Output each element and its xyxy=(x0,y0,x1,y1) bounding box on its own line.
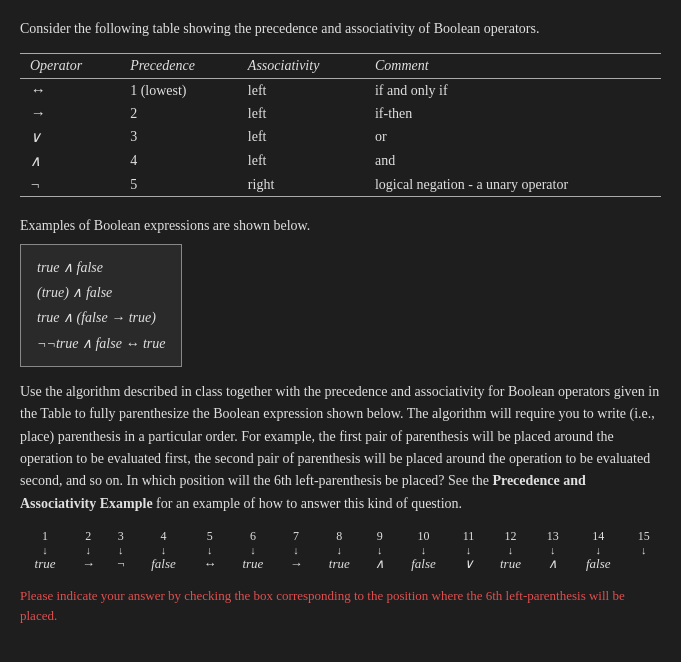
cell-associativity: left xyxy=(238,149,365,173)
position-numbers-row: 1↓2↓3↓4↓5↓6↓7↓8↓9↓10↓11↓12↓13↓14↓15↓ xyxy=(20,529,661,556)
example-expression: ¬¬true ∧ false ↔ true xyxy=(37,331,165,356)
col-header-precedence: Precedence xyxy=(120,54,238,79)
token-row: true→¬false↔true→true∧false∨true∧false xyxy=(20,556,661,572)
cell-precedence: 2 xyxy=(120,102,238,125)
table-row: ¬ 5 right logical negation - a unary ope… xyxy=(20,173,661,196)
position-number: 5↓ xyxy=(192,529,228,556)
pos-num-9: 9 xyxy=(368,529,391,544)
operator-table: Operator Precedence Associativity Commen… xyxy=(20,54,661,196)
position-number: 15↓ xyxy=(626,529,661,556)
arrow-12: ↓ xyxy=(489,544,531,556)
table-row: ∨ 3 left or xyxy=(20,125,661,149)
cell-comment: logical negation - a unary operator xyxy=(365,173,661,196)
col-header-operator: Operator xyxy=(20,54,120,79)
token-cell: true xyxy=(314,556,364,572)
pos-num-3: 3 xyxy=(110,529,131,544)
description-part2: for an example of how to answer this kin… xyxy=(153,496,463,511)
pos-num-5: 5 xyxy=(196,529,224,544)
position-number: 1↓ xyxy=(20,529,70,556)
token-cell: ∨ xyxy=(452,556,486,572)
position-number: 8↓ xyxy=(314,529,364,556)
position-number: 13↓ xyxy=(536,529,571,556)
arrow-13: ↓ xyxy=(540,544,567,556)
pos-num-13: 13 xyxy=(540,529,567,544)
example-expression: true ∧ (false → true) xyxy=(37,305,165,330)
pos-num-4: 4 xyxy=(139,529,187,544)
position-number: 9↓ xyxy=(364,529,395,556)
pos-num-2: 2 xyxy=(74,529,102,544)
operator-table-container: Operator Precedence Associativity Commen… xyxy=(20,53,661,197)
arrow-11: ↓ xyxy=(456,544,482,556)
cell-operator: ¬ xyxy=(20,173,120,196)
cell-comment: if and only if xyxy=(365,79,661,103)
pos-num-12: 12 xyxy=(489,529,531,544)
intro-text: Consider the following table showing the… xyxy=(20,18,661,39)
position-number: 7↓ xyxy=(278,529,314,556)
pos-num-14: 14 xyxy=(574,529,622,544)
cell-associativity: left xyxy=(238,125,365,149)
example-expression: (true) ∧ false xyxy=(37,280,165,305)
cell-operator: ∧ xyxy=(20,149,120,173)
pos-num-15: 15 xyxy=(630,529,657,544)
token-cell: → xyxy=(278,556,314,572)
arrow-4: ↓ xyxy=(139,544,187,556)
token-cell: true xyxy=(485,556,535,572)
position-number: 6↓ xyxy=(228,529,278,556)
cell-operator: ↔ xyxy=(20,79,120,103)
arrow-3: ↓ xyxy=(110,544,131,556)
table-row: ∧ 4 left and xyxy=(20,149,661,173)
cell-comment: or xyxy=(365,125,661,149)
pos-num-10: 10 xyxy=(399,529,447,544)
position-number: 11↓ xyxy=(452,529,486,556)
pos-num-6: 6 xyxy=(232,529,274,544)
cell-precedence: 5 xyxy=(120,173,238,196)
pos-num-8: 8 xyxy=(318,529,360,544)
red-instruction: Please indicate your answer by checking … xyxy=(20,586,661,625)
cell-precedence: 1 (lowest) xyxy=(120,79,238,103)
cell-precedence: 4 xyxy=(120,149,238,173)
position-number: 10↓ xyxy=(395,529,451,556)
token-cell: true xyxy=(228,556,278,572)
cell-operator: → xyxy=(20,102,120,125)
token-cell: false xyxy=(135,556,191,572)
arrow-2: ↓ xyxy=(74,544,102,556)
arrow-6: ↓ xyxy=(232,544,274,556)
arrow-15: ↓ xyxy=(630,544,657,556)
cell-operator: ∨ xyxy=(20,125,120,149)
position-number: 3↓ xyxy=(106,529,135,556)
token-cell: ↔ xyxy=(192,556,228,572)
arrow-14: ↓ xyxy=(574,544,622,556)
col-header-comment: Comment xyxy=(365,54,661,79)
col-header-associativity: Associativity xyxy=(238,54,365,79)
token-cell: → xyxy=(70,556,106,572)
position-number: 12↓ xyxy=(485,529,535,556)
table-row: → 2 left if-then xyxy=(20,102,661,125)
cell-precedence: 3 xyxy=(120,125,238,149)
cell-associativity: left xyxy=(238,79,365,103)
expression-container: 1↓2↓3↓4↓5↓6↓7↓8↓9↓10↓11↓12↓13↓14↓15↓true… xyxy=(20,529,661,572)
cell-comment: if-then xyxy=(365,102,661,125)
arrow-1: ↓ xyxy=(24,544,66,556)
arrow-5: ↓ xyxy=(196,544,224,556)
arrow-7: ↓ xyxy=(282,544,310,556)
token-cell: false xyxy=(570,556,626,572)
cell-comment: and xyxy=(365,149,661,173)
expression-table: 1↓2↓3↓4↓5↓6↓7↓8↓9↓10↓11↓12↓13↓14↓15↓true… xyxy=(20,529,661,572)
examples-box: true ∧ false(true) ∧ falsetrue ∧ (false … xyxy=(20,244,182,367)
token-cell: ¬ xyxy=(106,556,135,572)
token-cell xyxy=(626,556,661,572)
position-number: 14↓ xyxy=(570,529,626,556)
token-cell: ∧ xyxy=(536,556,571,572)
example-expression: true ∧ false xyxy=(37,255,165,280)
arrow-10: ↓ xyxy=(399,544,447,556)
pos-num-7: 7 xyxy=(282,529,310,544)
position-number: 4↓ xyxy=(135,529,191,556)
cell-associativity: left xyxy=(238,102,365,125)
table-row: ↔ 1 (lowest) left if and only if xyxy=(20,79,661,103)
token-cell: false xyxy=(395,556,451,572)
token-cell: true xyxy=(20,556,70,572)
examples-label: Examples of Boolean expressions are show… xyxy=(20,215,661,236)
cell-associativity: right xyxy=(238,173,365,196)
arrow-8: ↓ xyxy=(318,544,360,556)
position-number: 2↓ xyxy=(70,529,106,556)
